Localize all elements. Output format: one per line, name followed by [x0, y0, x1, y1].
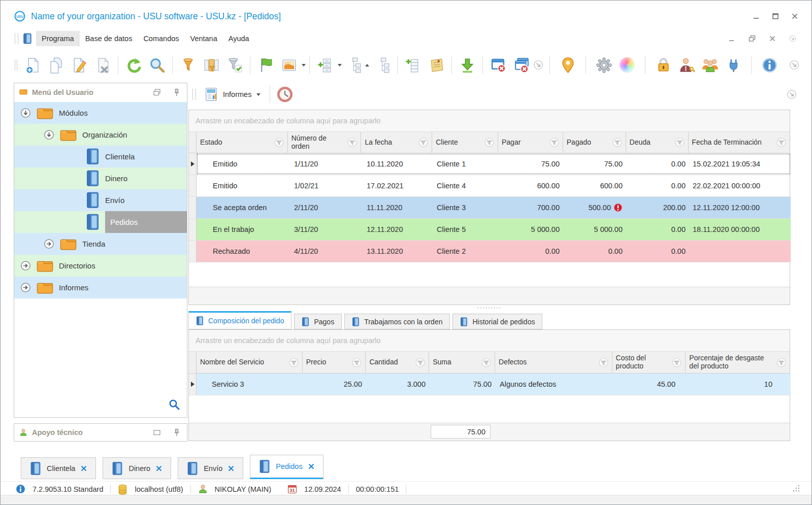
- child-minimize-icon[interactable]: [728, 35, 735, 42]
- expand-node-icon[interactable]: [20, 282, 31, 293]
- order-row[interactable]: En el trabajo 3/11/20 12.11.2020 Cliente…: [189, 219, 790, 241]
- filter-funnel-icon[interactable]: [776, 138, 786, 147]
- close-tab-icon[interactable]: [81, 465, 87, 472]
- orders-group-by-area[interactable]: Arrastre un encabezado de columna aquí p…: [189, 110, 790, 132]
- tree-node-modulos[interactable]: Módulos: [14, 102, 187, 124]
- column-header-cantidad[interactable]: Cantidad: [366, 352, 429, 373]
- close-all-windows-icon[interactable]: [510, 53, 533, 77]
- pin-panel-icon[interactable]: [173, 428, 181, 436]
- copy-record-icon[interactable]: [44, 53, 68, 77]
- close-tab-icon[interactable]: [308, 463, 314, 469]
- order-row[interactable]: Emitido 1/02/21 17.02.2021 Cliente 4 600…: [189, 175, 790, 197]
- expand-panel-icon[interactable]: [153, 428, 161, 436]
- toolbar-overflow-left-icon[interactable]: [533, 60, 543, 70]
- tab-composicion-del-pedido[interactable]: Composición del pedido: [188, 311, 291, 329]
- filter-funnel-icon[interactable]: [549, 138, 559, 147]
- filter-funnel-icon[interactable]: [599, 358, 608, 367]
- order-row[interactable]: Se acepta orden 2/11/20 11.11.2020 Clien…: [189, 197, 790, 219]
- column-filter-icon[interactable]: [200, 53, 223, 77]
- column-header-fecha[interactable]: La fecha: [361, 132, 432, 153]
- collapse-node-icon[interactable]: [20, 108, 31, 118]
- filter-funnel-icon[interactable]: [675, 138, 685, 147]
- close-tab-icon[interactable]: [228, 465, 234, 472]
- close-icon[interactable]: [791, 13, 798, 20]
- tree-node-tienda[interactable]: Tienda: [14, 233, 187, 255]
- add-row-icon[interactable]: [401, 53, 425, 77]
- edit-record-icon[interactable]: [68, 53, 91, 77]
- report-bar-overflow-icon[interactable]: [787, 89, 797, 99]
- lock-icon[interactable]: [652, 53, 675, 77]
- service-row[interactable]: Servicio 3 25.00 3.000 75.00 Algunos def…: [189, 374, 790, 395]
- close-window-icon[interactable]: [486, 53, 510, 77]
- tab-pagos[interactable]: Pagos: [294, 314, 342, 329]
- grid-settings-icon[interactable]: [313, 53, 337, 77]
- column-header-cliente[interactable]: Cliente: [432, 132, 498, 153]
- tree-node-directorios[interactable]: Directorios: [14, 255, 187, 277]
- image-dropdown-icon[interactable]: [302, 64, 306, 66]
- filter-funnel-icon[interactable]: [481, 358, 491, 367]
- report-toolbar-grip[interactable]: [192, 89, 196, 100]
- filter-funnel-icon[interactable]: [484, 138, 494, 147]
- toolbar-overflow-right-icon[interactable]: [789, 60, 799, 70]
- tree-node-informes[interactable]: Informes: [14, 277, 187, 298]
- menu-item-comandos[interactable]: Comandos: [138, 31, 184, 46]
- timer-clock-icon[interactable]: [275, 85, 295, 104]
- expand-tree-icon[interactable]: [342, 53, 365, 77]
- column-header-costo[interactable]: Costo del producto: [612, 352, 686, 373]
- minimize-icon[interactable]: [753, 13, 760, 20]
- filter-funnel-icon[interactable]: [418, 138, 428, 147]
- column-header-defectos[interactable]: Defectos: [495, 352, 612, 373]
- column-header-precio[interactable]: Precio: [303, 352, 366, 373]
- tree-node-organizacion[interactable]: Organización: [14, 124, 187, 146]
- filter-funnel-icon[interactable]: [352, 358, 362, 367]
- column-header-numero[interactable]: Número de orden: [288, 132, 362, 153]
- float-panel-icon[interactable]: [153, 88, 161, 96]
- tree-node-clientela[interactable]: Clientela: [14, 146, 187, 167]
- import-icon[interactable]: [456, 53, 479, 77]
- column-header-terminacion[interactable]: Fecha de Terminación: [689, 132, 790, 153]
- filter-funnel-icon[interactable]: [672, 358, 681, 367]
- settings-gear-icon[interactable]: [592, 53, 615, 77]
- image-icon[interactable]: [277, 53, 301, 77]
- column-header-pagar[interactable]: Pagar: [498, 132, 563, 153]
- informes-button[interactable]: Informes: [200, 85, 265, 104]
- location-pin-icon[interactable]: [556, 53, 579, 77]
- new-record-icon[interactable]: [21, 53, 44, 77]
- pin-panel-icon[interactable]: [173, 88, 181, 96]
- menu-item-base-de-datos[interactable]: Base de datos: [80, 31, 138, 46]
- window-tab-envio[interactable]: Envío: [178, 457, 243, 479]
- filter-funnel-icon[interactable]: [289, 358, 299, 367]
- menu-item-ventana[interactable]: Ventana: [185, 31, 223, 46]
- filter-check-icon[interactable]: [223, 53, 246, 77]
- column-header-suma[interactable]: Suma: [429, 352, 495, 373]
- users-group-icon[interactable]: [698, 53, 722, 77]
- filter-funnel-icon[interactable]: [776, 358, 786, 367]
- color-palette-icon[interactable]: [615, 53, 639, 77]
- splitter-handle[interactable]: [188, 305, 790, 311]
- window-tab-dinero[interactable]: Dinero: [103, 457, 171, 479]
- child-restore-icon[interactable]: [749, 35, 756, 42]
- collapse-node-icon[interactable]: [44, 129, 54, 140]
- window-menu-icon[interactable]: [23, 33, 32, 44]
- filter-funnel-icon[interactable]: [415, 358, 425, 367]
- filter-funnel-icon[interactable]: [274, 138, 284, 147]
- expand-node-icon[interactable]: [44, 239, 54, 249]
- tree-node-pedidos-selected[interactable]: Pedidos: [14, 211, 187, 233]
- flag-icon[interactable]: [254, 53, 277, 77]
- tree-node-envio[interactable]: Envío: [14, 189, 187, 211]
- tab-historial-de-pedidos[interactable]: Historial de pedidos: [452, 314, 542, 329]
- column-header-nombre[interactable]: Nombre del Servicio: [197, 352, 303, 373]
- filter-icon[interactable]: [176, 53, 200, 77]
- filter-funnel-icon[interactable]: [612, 138, 622, 147]
- main-toolbar-grip[interactable]: [15, 59, 17, 71]
- close-tab-icon[interactable]: [156, 465, 162, 472]
- child-close-icon[interactable]: [769, 35, 776, 42]
- column-header-porcentaje[interactable]: Porcentaje de desgaste del producto: [686, 352, 790, 373]
- window-tab-pedidos[interactable]: Pedidos: [250, 455, 323, 479]
- delete-record-icon[interactable]: [91, 53, 114, 77]
- plugin-icon[interactable]: [722, 53, 745, 77]
- refresh-icon[interactable]: [122, 53, 145, 77]
- maximize-icon[interactable]: [772, 13, 779, 20]
- notes-icon[interactable]: [425, 53, 448, 77]
- toolbar-grip[interactable]: [15, 33, 18, 44]
